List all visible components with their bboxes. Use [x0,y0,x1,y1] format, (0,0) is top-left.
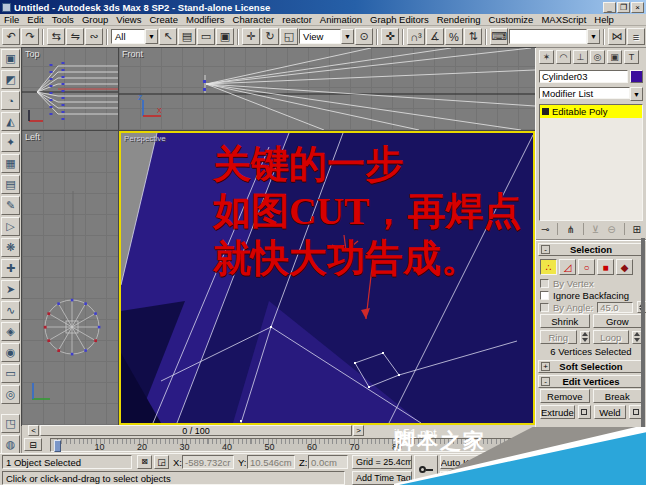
minimize-button[interactable]: _ [603,2,616,13]
make-unique-icon[interactable]: ⊻ [592,224,599,235]
modifier-list-dropdown[interactable]: Modifier List ▼ [539,87,643,101]
soft-selection-rollout-header[interactable]: + Soft Selection [538,360,644,373]
show-end-result-icon[interactable]: ⋔ [566,224,574,235]
x-coordinate-field[interactable]: -589.732cr [182,455,234,469]
menu-help[interactable]: Help [590,14,618,25]
select-and-link-icon[interactable]: ⇆ [47,28,65,45]
menu-animation[interactable]: Animation [316,14,366,25]
redo-icon[interactable]: ↷ [21,28,39,45]
menu-customize[interactable]: Customize [485,14,538,25]
by-vertex-checkbox[interactable] [540,279,549,288]
edit-vertices-rollout-header[interactable]: - Edit Vertices [538,375,644,388]
window-crossing-icon[interactable]: ▣ [216,28,234,45]
menu-views[interactable]: Views [112,14,145,25]
utilities-tab-icon[interactable]: T [624,50,639,64]
extrude-button[interactable]: Extrude [540,405,575,419]
selection-lock-icon[interactable]: ⊠ [137,455,152,469]
expand-icon[interactable]: + [541,362,550,371]
chevron-down-icon[interactable]: ▼ [587,29,600,44]
pan-tool-icon[interactable]: ◳ [1,414,20,433]
configure-modifier-sets-icon[interactable]: ⊞ [633,224,641,235]
objects-tab-icon[interactable]: ▣ [1,49,20,68]
stack-item-editable-poly[interactable]: Editable Poly [540,105,642,118]
track-filter-icon[interactable]: ⊟ [24,438,42,451]
extrude-settings-icon[interactable] [578,405,591,419]
y-coordinate-field[interactable]: 10.546cm [247,455,295,469]
edge-mode-icon[interactable]: ◿ [559,259,576,275]
menu-rendering[interactable]: Rendering [433,14,485,25]
bind-to-space-warp-icon[interactable]: ∾ [85,28,103,45]
percent-snap-icon[interactable]: % [445,28,463,45]
shrink-button[interactable]: Shrink [540,314,590,328]
modifier-stack-list[interactable]: Editable Poly [539,104,643,221]
plane-tab-icon[interactable]: ➤ [1,280,20,299]
menu-group[interactable]: Group [78,14,112,25]
unlink-selection-icon[interactable]: ⇋ [66,28,84,45]
menu-create[interactable]: Create [145,14,182,25]
arrow-tab-icon[interactable]: ▷ [1,217,20,236]
menu-tools[interactable]: Tools [48,14,78,25]
target-tab-icon[interactable]: ◎ [1,385,20,404]
menu-file[interactable]: File [0,14,23,25]
rectangular-selection-region-icon[interactable]: ▭ [197,28,215,45]
absolute-offset-mode-icon[interactable]: ◲ [154,455,169,469]
remove-modifier-icon[interactable]: ⊖ [607,224,615,235]
remove-button[interactable]: Remove [540,389,590,403]
break-button[interactable]: Break [593,389,643,403]
border-mode-icon[interactable]: ○ [578,259,595,275]
by-angle-checkbox[interactable] [540,303,549,312]
select-and-move-icon[interactable]: ✛ [242,28,260,45]
select-and-manipulate-icon[interactable]: ✜ [381,28,399,45]
menu-reactor[interactable]: reactor [278,14,316,25]
menu-modifiers[interactable]: Modifiers [182,14,229,25]
menu-graph-editors[interactable]: Graph Editors [366,14,433,25]
motion-tab-icon[interactable]: ◎ [590,50,605,64]
spinner-snap-icon[interactable]: ⇅ [464,28,482,45]
wave-tab-icon[interactable]: ∿ [1,301,20,320]
angle-snap-icon[interactable]: ∡ [426,28,444,45]
create-tab-icon[interactable]: ✶ [539,50,554,64]
time-slider-handle[interactable]: 0 / 100 [40,425,352,436]
named-selection-sets-dropdown[interactable]: ▼ [509,29,600,44]
menu-maxscript[interactable]: MAXScript [537,14,590,25]
vertex-mode-icon[interactable]: ∴ [540,259,557,275]
use-pivot-point-center-icon[interactable]: ⊙ [355,28,373,45]
by-angle-field[interactable]: 45.0 [597,302,633,313]
select-by-name-icon[interactable]: ▤ [178,28,196,45]
previous-frame-button[interactable]: < [28,425,39,436]
viewport-top[interactable]: Top [22,48,118,130]
element-mode-icon[interactable]: ◆ [616,259,633,275]
select-and-scale-icon[interactable]: ◱ [280,28,298,45]
pin-stack-icon[interactable]: ⊸ [541,224,549,235]
keyboard-override-icon[interactable]: ⌨ [490,28,508,45]
selection-rollout-header[interactable]: - Selection [538,243,644,256]
track-bar-handle[interactable] [54,440,61,452]
display-tab-icon[interactable]: ▣ [607,50,622,64]
selection-filter-dropdown[interactable]: All ▼ [111,29,158,44]
collapse-icon[interactable]: - [541,377,550,386]
shapes-tab-icon[interactable]: ◩ [1,70,20,89]
chevron-down-icon[interactable]: ▼ [630,87,643,101]
chevron-down-icon[interactable]: ▼ [145,29,158,44]
ignore-backfacing-checkbox[interactable] [540,291,549,300]
select-object-icon[interactable]: ↖ [159,28,177,45]
select-and-rotate-icon[interactable]: ↻ [261,28,279,45]
grow-button[interactable]: Grow [593,314,643,328]
modify-tab-icon[interactable]: ◠ [556,50,571,64]
weld-button[interactable]: Weld [594,405,626,419]
lights-tab-icon[interactable]: ◔ [1,91,20,110]
pen-tab-icon[interactable]: ✎ [1,196,20,215]
gear-tab-icon[interactable]: ❋ [1,238,20,257]
ring-button[interactable]: Ring [540,330,577,344]
collapse-icon[interactable]: - [541,245,550,254]
hierarchy-tab-icon[interactable]: ⊥ [573,50,588,64]
align-icon[interactable]: ≡ [627,28,645,45]
helpers-tab-icon[interactable]: ✦ [1,133,20,152]
box-tab-icon[interactable]: ▭ [1,364,20,383]
close-button[interactable]: × [631,2,644,13]
mirror-icon[interactable]: ⋈ [608,28,626,45]
undo-icon[interactable]: ↶ [2,28,20,45]
viewport-front[interactable]: Front Z X [119,48,535,130]
reference-coordinate-dropdown[interactable]: View ▼ [299,29,354,44]
chevron-down-icon[interactable]: ▼ [341,29,354,44]
